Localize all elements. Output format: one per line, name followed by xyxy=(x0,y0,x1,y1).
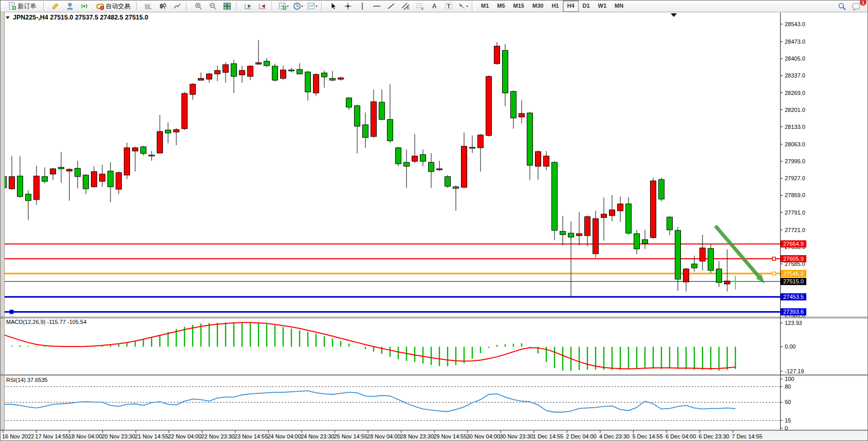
text-tool-button[interactable]: A xyxy=(427,1,441,12)
chart-canvas: JPN225-,H4 27515.0 27537.5 27482.5 27515… xyxy=(1,1,868,441)
auto-trading-button[interactable]: 自动交易 xyxy=(91,1,135,12)
arrows-tool-button[interactable] xyxy=(456,1,470,12)
candle-body xyxy=(618,204,623,211)
candle-body xyxy=(429,162,434,171)
market-watch-button[interactable] xyxy=(63,1,77,12)
time-tick-label: 20 Nov 23:30 xyxy=(102,433,135,439)
hline-handle[interactable] xyxy=(772,257,775,260)
new-order-icon xyxy=(8,2,16,10)
time-tick-label: 22 Nov 23:30 xyxy=(201,433,234,439)
candle-body xyxy=(716,269,722,282)
candle-body xyxy=(535,151,541,166)
time-tick-label: 16 Nov 2022 xyxy=(2,433,34,439)
timeframe-m30[interactable]: M30 xyxy=(528,1,547,12)
text-label-icon: T xyxy=(445,2,453,10)
text-label-tool-button[interactable]: T xyxy=(441,1,456,12)
trendline-tool-button[interactable] xyxy=(384,1,398,12)
candle-body xyxy=(560,232,566,235)
search-button[interactable] xyxy=(835,1,849,12)
candle xyxy=(659,178,664,201)
toolbar: 新订单 自动交易 xyxy=(1,1,868,12)
vertical-line-tool-button[interactable] xyxy=(355,1,370,12)
candle xyxy=(445,175,451,188)
period-clock-button[interactable] xyxy=(291,1,305,12)
horizontal-line-tool-button[interactable] xyxy=(370,1,384,12)
candle-body xyxy=(511,91,516,118)
candle-body xyxy=(601,214,607,218)
tile-windows-button[interactable] xyxy=(220,1,234,12)
candle-body xyxy=(544,156,549,166)
toolbar-separator xyxy=(136,2,140,11)
chart-title: JPN225-,H4 27515.0 27537.5 27482.5 27515… xyxy=(13,14,148,21)
candle-body xyxy=(91,171,97,187)
zoom-out-button[interactable] xyxy=(206,1,220,12)
candle-body xyxy=(659,180,664,199)
hline-handle[interactable] xyxy=(10,310,13,314)
time-tick-label: 6 Dec 04:00 xyxy=(666,433,696,439)
svg-text:E: E xyxy=(407,6,410,10)
time-tick-label: 24 Nov 23:30 xyxy=(301,433,334,439)
auto-scroll-button[interactable] xyxy=(241,1,255,12)
candle-body xyxy=(371,102,377,137)
text-icon: A xyxy=(432,3,437,10)
line-chart-mode-button[interactable] xyxy=(170,1,184,12)
timeframe-m1[interactable]: M1 xyxy=(477,1,493,12)
timeframe-h4[interactable]: H4 xyxy=(563,1,578,12)
timeframe-m15[interactable]: M15 xyxy=(509,1,528,12)
candle-body xyxy=(116,172,122,189)
new-chart-button[interactable] xyxy=(276,1,291,12)
candle-body xyxy=(667,217,673,230)
price-tick-label: 27721.0 xyxy=(785,227,805,233)
candle-body xyxy=(700,248,706,261)
auto-trading-label: 自动交易 xyxy=(106,2,131,11)
price-tick-label: 28063.0 xyxy=(785,141,805,147)
hline-handle[interactable] xyxy=(772,272,775,275)
bar-chart-mode-button[interactable] xyxy=(141,1,156,12)
candle xyxy=(708,244,714,273)
trendline-icon xyxy=(387,2,395,10)
price-tick-label: 28405.0 xyxy=(785,55,805,62)
price-tick-label: 28133.0 xyxy=(785,124,805,130)
time-tick-label: 28 Nov 04:00 xyxy=(367,433,400,439)
time-tick-label: 22 Nov 04:00 xyxy=(168,433,201,439)
chart-background xyxy=(1,1,868,441)
notification-badge: 1 xyxy=(859,0,867,6)
templates-button[interactable] xyxy=(305,1,320,12)
candle-body xyxy=(149,155,155,156)
timeframe-w1[interactable]: W1 xyxy=(594,1,611,12)
market-watch-icon xyxy=(66,2,74,10)
candle-body xyxy=(445,177,451,186)
candle-body xyxy=(684,269,689,282)
cursor-tool-button[interactable] xyxy=(326,1,341,12)
new-order-button[interactable]: 新订单 xyxy=(3,1,42,12)
price-tick-label: 27859.0 xyxy=(785,192,805,198)
candle-body xyxy=(330,79,336,80)
timeframe-mn[interactable]: MN xyxy=(611,1,627,12)
svg-text:T: T xyxy=(447,4,450,9)
timeframe-h1[interactable]: H1 xyxy=(547,1,563,12)
crosshair-tool-button[interactable] xyxy=(341,1,355,12)
price-tick-label: 28543.0 xyxy=(785,21,805,27)
candle-body xyxy=(379,102,385,120)
candle-body xyxy=(124,148,130,175)
channel-tool-button[interactable]: E xyxy=(398,1,413,12)
left-gutter xyxy=(1,12,4,441)
candle-body xyxy=(50,169,56,174)
chart-shift-button[interactable] xyxy=(255,1,270,12)
signals-button[interactable] xyxy=(77,1,91,12)
candle-body xyxy=(272,66,278,80)
candlestick-mode-button[interactable] xyxy=(156,1,170,12)
price-tick-label: 27791.0 xyxy=(785,209,805,216)
market-depth-button[interactable] xyxy=(48,1,63,12)
candle-body xyxy=(708,248,714,271)
fibonacci-tool-button[interactable]: F xyxy=(413,1,427,12)
timeframe-m5[interactable]: M5 xyxy=(493,1,509,12)
candle xyxy=(486,75,492,137)
candle-body xyxy=(355,106,360,126)
bar-chart-icon xyxy=(144,2,153,10)
rsi-tick-label: 50 xyxy=(785,399,791,405)
candle-body xyxy=(26,194,31,201)
rsi-tick-label: 100 xyxy=(785,376,794,382)
timeframe-d1[interactable]: D1 xyxy=(579,1,594,12)
zoom-in-button[interactable] xyxy=(191,1,206,12)
